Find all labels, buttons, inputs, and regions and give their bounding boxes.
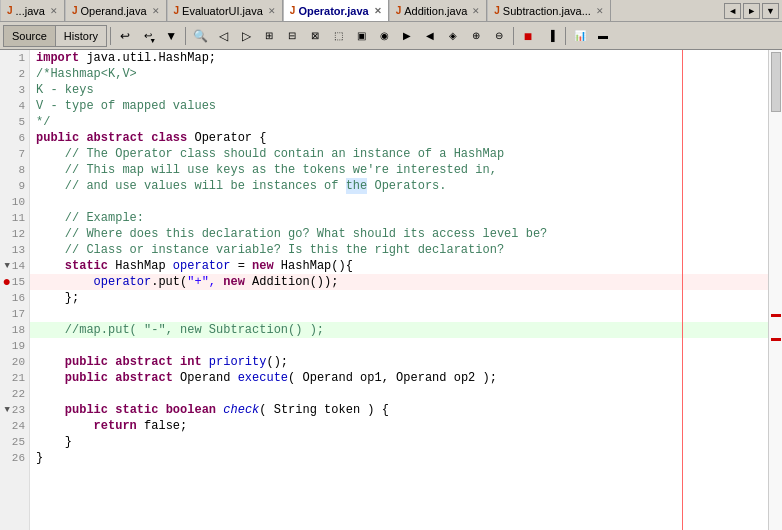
error-marker-1 bbox=[771, 314, 781, 317]
code-line-17 bbox=[30, 306, 768, 322]
line-2: 2 bbox=[0, 66, 29, 82]
code-line-26: } bbox=[30, 450, 768, 466]
tab-label: Subtraction.java... bbox=[503, 5, 591, 17]
tool7[interactable]: ▶ bbox=[396, 25, 418, 47]
line-18: 18 bbox=[0, 322, 29, 338]
tool1[interactable]: ⊞ bbox=[258, 25, 280, 47]
code-line-11: // Example: bbox=[30, 210, 768, 226]
stop-button[interactable]: ■ bbox=[517, 25, 539, 47]
line-5: 5 bbox=[0, 114, 29, 130]
code-line-6: public abstract class Operator { bbox=[30, 130, 768, 146]
source-button[interactable]: Source bbox=[4, 26, 56, 46]
chart-button[interactable]: 📊 bbox=[569, 25, 591, 47]
line-9: 9 bbox=[0, 178, 29, 194]
separator-2 bbox=[185, 27, 186, 45]
tab-label: Addition.java bbox=[404, 5, 467, 17]
tool3[interactable]: ⊠ bbox=[304, 25, 326, 47]
code-line-24: return false; bbox=[30, 418, 768, 434]
next-button[interactable]: ▷ bbox=[235, 25, 257, 47]
line-1: 1 bbox=[0, 50, 29, 66]
code-line-23: public static boolean check( String toke… bbox=[30, 402, 768, 418]
tab-close[interactable]: ✕ bbox=[268, 6, 276, 16]
tab-label: ...java bbox=[16, 5, 45, 17]
tool5[interactable]: ▣ bbox=[350, 25, 372, 47]
code-editor[interactable]: import java.util.HashMap; /*Hashmap<K,V>… bbox=[30, 50, 768, 530]
line-17: 17 bbox=[0, 306, 29, 322]
java-icon: J bbox=[290, 5, 296, 16]
app-window: J ...java ✕ J Operand.java ✕ J Evaluator… bbox=[0, 0, 782, 530]
tab-operand[interactable]: J Operand.java ✕ bbox=[65, 0, 167, 22]
line-26: 26 bbox=[0, 450, 29, 466]
line-16: 16 bbox=[0, 290, 29, 306]
line-19: 19 bbox=[0, 338, 29, 354]
tab-menu[interactable]: ▼ bbox=[762, 3, 779, 19]
code-line-3: K - keys bbox=[30, 82, 768, 98]
tab-scroll-left[interactable]: ◄ bbox=[724, 3, 741, 19]
line-23: ▼ 23 bbox=[0, 402, 29, 418]
line-21: 21 bbox=[0, 370, 29, 386]
tab-subtraction[interactable]: J Subtraction.java... ✕ bbox=[487, 0, 611, 22]
code-line-2: /*Hashmap<K,V> bbox=[30, 66, 768, 82]
scrollbar-overview bbox=[769, 50, 782, 530]
code-line-18: //map.put( "-", new Subtraction() ); bbox=[30, 322, 768, 338]
code-line-22 bbox=[30, 386, 768, 402]
scrollbar-thumb[interactable] bbox=[771, 52, 781, 112]
code-line-21: public abstract Operand execute( Operand… bbox=[30, 370, 768, 386]
undo-button[interactable]: ↩ bbox=[114, 25, 136, 47]
code-line-16: }; bbox=[30, 290, 768, 306]
overview-scrollbar[interactable] bbox=[768, 50, 782, 530]
tab-close[interactable]: ✕ bbox=[50, 6, 58, 16]
tool9[interactable]: ◈ bbox=[442, 25, 464, 47]
tab-evaluator[interactable]: J EvaluatorUI.java ✕ bbox=[167, 0, 283, 22]
tool8[interactable]: ◀ bbox=[419, 25, 441, 47]
tab-close[interactable]: ✕ bbox=[374, 6, 382, 16]
line-25: 25 bbox=[0, 434, 29, 450]
tabs-bar: J ...java ✕ J Operand.java ✕ J Evaluator… bbox=[0, 0, 782, 22]
line-13: 13 bbox=[0, 242, 29, 258]
tab-label: Operand.java bbox=[80, 5, 146, 17]
line-number-gutter: 1 2 3 4 5 6 7 8 9 10 11 12 13 ▼ 14 ● bbox=[0, 50, 30, 530]
tab-close[interactable]: ✕ bbox=[472, 6, 480, 16]
code-line-13: // Class or instance variable? Is this t… bbox=[30, 242, 768, 258]
line-20: 20 bbox=[0, 354, 29, 370]
code-content: import java.util.HashMap; /*Hashmap<K,V>… bbox=[30, 50, 768, 466]
tool6[interactable]: ◉ bbox=[373, 25, 395, 47]
fold-icon[interactable]: ▼ bbox=[4, 258, 9, 274]
code-line-9: // and use values will be instances of t… bbox=[30, 178, 768, 194]
tab-operator[interactable]: J Operator.java ✕ bbox=[283, 0, 389, 22]
breakpoint-icon[interactable]: ● bbox=[2, 274, 10, 290]
tab-close[interactable]: ✕ bbox=[596, 6, 604, 16]
code-line-14: static HashMap operator = new HashMap(){ bbox=[30, 258, 768, 274]
line-11: 11 bbox=[0, 210, 29, 226]
tool10[interactable]: ⊕ bbox=[465, 25, 487, 47]
java-icon: J bbox=[174, 5, 180, 16]
code-line-19 bbox=[30, 338, 768, 354]
code-line-20: public abstract int priority(); bbox=[30, 354, 768, 370]
line-14: ▼ 14 bbox=[0, 258, 29, 274]
fold-icon-23[interactable]: ▼ bbox=[4, 402, 9, 418]
tab-java-prefix[interactable]: J ...java ✕ bbox=[0, 0, 65, 22]
source-history-toggle: Source History bbox=[3, 25, 107, 47]
tabs-navigation: ◄ ► ▼ bbox=[721, 3, 782, 19]
line-7: 7 bbox=[0, 146, 29, 162]
bar-button[interactable]: ▬ bbox=[592, 25, 614, 47]
history-button[interactable]: History bbox=[56, 26, 106, 46]
separator-1 bbox=[110, 27, 111, 45]
tab-scroll-right[interactable]: ► bbox=[743, 3, 760, 19]
print-margin-line bbox=[682, 50, 683, 530]
tool2[interactable]: ⊟ bbox=[281, 25, 303, 47]
line-22: 22 bbox=[0, 386, 29, 402]
redo-button[interactable]: ↩▼ bbox=[137, 25, 159, 47]
tab-close[interactable]: ✕ bbox=[152, 6, 160, 16]
line-12: 12 bbox=[0, 226, 29, 242]
error-marker-2 bbox=[771, 338, 781, 341]
tool11[interactable]: ⊖ bbox=[488, 25, 510, 47]
prev-button[interactable]: ◁ bbox=[212, 25, 234, 47]
tab-addition[interactable]: J Addition.java ✕ bbox=[389, 0, 488, 22]
dropdown-button[interactable]: ▼ bbox=[160, 25, 182, 47]
line-numbers: 1 2 3 4 5 6 7 8 9 10 11 12 13 ▼ 14 ● bbox=[0, 50, 29, 466]
run-button[interactable]: ▐ bbox=[540, 25, 562, 47]
search-button[interactable]: 🔍 bbox=[189, 25, 211, 47]
code-line-4: V - type of mapped values bbox=[30, 98, 768, 114]
tool4[interactable]: ⬚ bbox=[327, 25, 349, 47]
